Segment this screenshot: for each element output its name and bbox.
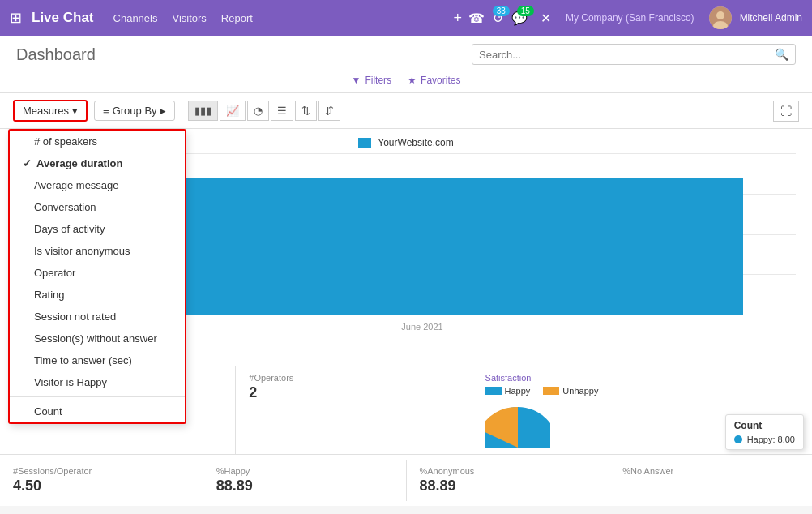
dropdown-item-visitor-happy-label: Visitor is Happy [34,376,107,388]
chart-tooltip: Count Happy: 8.00 [725,414,804,450]
dropdown-item-avg-duration-label: Average duration [36,157,122,169]
sessions-operator-value: 4.50 [13,478,190,495]
chat-badge-container: ↺ 33 [493,11,503,26]
tooltip-dot-blue [734,435,742,443]
nav-channels[interactable]: Channels [113,12,158,24]
page-title-row: Dashboard 🔍 [16,44,796,65]
no-answer-label: %No Answer [622,466,799,476]
dropdown-item-rating[interactable]: Rating [10,284,185,306]
happy-legend-label: Happy [505,386,531,396]
groupby-dropdown-icon: ▸ [160,105,166,117]
legend-color-dot [358,138,371,148]
close-icon[interactable]: ✕ [541,11,551,26]
satisfaction-legend: Happy Unhappy [485,386,799,396]
phone-badge: ☎ [468,11,485,26]
search-input[interactable] [479,49,775,61]
groupby-button[interactable]: ≡ Group By ▸ [94,101,175,121]
dropdown-item-session-not-rated[interactable]: Session not rated [10,306,185,328]
legend-unhappy: Unhappy [543,386,598,396]
dropdown-item-avg-message-label: Average message [34,179,119,191]
measures-label: Measures [23,105,69,117]
nav-visitors[interactable]: Visitors [172,12,206,24]
nav-links: Channels Visitors Report [113,12,447,24]
operators-label: #Operators [249,373,458,383]
star-icon: ★ [408,75,417,86]
measures-dropdown-icon: ▾ [72,105,78,117]
dropdown-item-session-not-rated-label: Session not rated [34,311,116,323]
add-menu-icon[interactable]: + [453,10,462,27]
stat-anonymous: %Anonymous 88.89 [407,460,610,501]
groupby-lines-icon: ≡ [103,105,109,117]
topnav-icons: ☎ ↺ 33 💬 15 ✕ My Company (San Francisco)… [468,6,802,29]
anonymous-value: 88.89 [420,478,596,495]
expand-button[interactable]: ⛶ [773,101,799,122]
dropdown-item-speakers[interactable]: # of speakers [10,131,185,152]
company-name: My Company (San Francisco) [566,12,694,24]
filters-label: Filters [365,75,391,86]
tooltip-row: Happy: 8.00 [734,435,795,444]
dropdown-item-avg-message[interactable]: Average message [10,174,185,196]
msg-count-badge: 15 [517,6,534,16]
satisfaction-pie-svg [485,399,550,448]
pie-chart-button[interactable]: ◔ [247,101,269,121]
msg-badge-container: 💬 15 [511,11,528,26]
sort-asc-icon: ⇅ [301,105,310,117]
sort-asc-button[interactable]: ⇅ [295,101,317,121]
dropdown-item-sessions-no-answer[interactable]: Session(s) without answer [10,328,185,349]
line-chart-button[interactable]: 📈 [220,101,246,121]
legend-happy: Happy [485,386,531,396]
dropdown-item-avg-duration[interactable]: Average duration [10,152,185,174]
expand-icon: ⛶ [780,105,792,118]
dropdown-item-rating-label: Rating [34,289,65,301]
dropdown-item-days-activity[interactable]: Days of activity [10,218,185,240]
app-title: Live Chat [32,10,94,26]
chart-legend-label: YourWebsite.com [378,137,453,148]
search-box: 🔍 [472,44,796,65]
avatar[interactable] [709,6,732,29]
dropdown-item-visitor-anonymous-label: Is visitor anonymous [34,245,130,257]
dropdown-item-visitor-anonymous[interactable]: Is visitor anonymous [10,240,185,262]
measures-button[interactable]: Measures ▾ [13,100,88,122]
search-icon[interactable]: 🔍 [775,48,788,61]
dropdown-item-speakers-label: # of speakers [34,135,97,148]
dropdown-item-operator[interactable]: Operator [10,262,185,284]
grid-line-1 [81,153,796,154]
grid-menu-icon[interactable]: ⊞ [10,9,22,27]
operators-value: 2 [249,384,458,401]
favorites-label: Favorites [421,75,460,86]
anonymous-label: %Anonymous [420,466,596,476]
dropdown-item-visitor-happy[interactable]: Visitor is Happy [10,371,185,393]
dropdown-item-time-to-answer[interactable]: Time to answer (sec) [10,349,185,371]
happy-label: %Happy [216,466,393,476]
nav-report[interactable]: Report [221,12,253,24]
dropdown-item-conversation[interactable]: Conversation [10,196,185,218]
pie-chart-icon: ◔ [254,105,263,117]
filters-button[interactable]: ▼ Filters [352,75,392,86]
list-chart-button[interactable]: ☰ [271,101,293,121]
chart-x-label: June 2021 [401,322,442,332]
tooltip-row-label: Happy: 8.00 [747,435,795,444]
phone-icon[interactable]: ☎ [468,11,485,26]
dropdown-item-count-label: Count [34,405,62,418]
bar-chart-icon: ▮▮▮ [194,105,212,117]
line-chart-icon: 📈 [226,105,239,117]
dropdown-item-sessions-no-answer-label: Session(s) without answer [34,332,157,345]
toolbar: Measures ▾ ≡ Group By ▸ ▮▮▮ 📈 ◔ ☰ ⇅ ⇵ ⛶ … [0,93,812,129]
unhappy-color-swatch [543,387,559,395]
favorites-button[interactable]: ★ Favorites [408,75,460,86]
dropdown-item-days-activity-label: Days of activity [34,223,105,235]
stat-sessions-operator: #Sessions/Operator 4.50 [0,460,203,501]
happy-color-swatch [485,387,502,395]
dropdown-item-count[interactable]: Count [10,400,185,422]
filter-row: ▼ Filters ★ Favorites [16,70,796,92]
list-icon: ☰ [277,105,287,117]
satisfaction-box: Satisfaction Happy Unhappy [472,366,812,454]
filter-funnel-icon: ▼ [352,75,361,86]
sort-desc-icon: ⇵ [325,105,334,117]
groupby-label: Group By [113,105,157,117]
bar-chart-button[interactable]: ▮▮▮ [188,101,218,121]
search-bar-area: Dashboard 🔍 ▼ Filters ★ Favorites [0,36,812,93]
satisfaction-title: Satisfaction [485,373,799,383]
chat-count-badge: 33 [493,6,510,16]
sort-desc-button[interactable]: ⇵ [318,101,340,121]
